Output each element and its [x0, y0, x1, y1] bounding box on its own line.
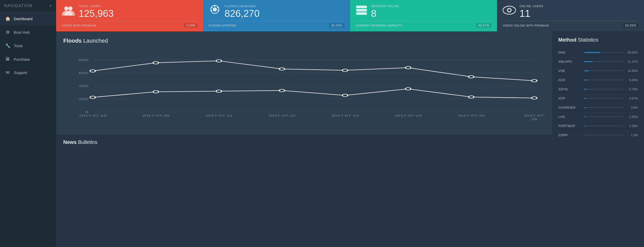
- sidebar-item-purchase[interactable]: 🏛 Purchase: [0, 53, 56, 66]
- main-content: TOTAL USERS 125,963 USERS WITH PREMIUM 0…: [56, 0, 644, 247]
- boothub-icon: ⚙: [5, 30, 10, 35]
- methods-list: DNS 39.64% XMLRPC 21.37% VSE 10.86% ACK …: [558, 48, 638, 140]
- floods-icon: [209, 5, 221, 16]
- x-label: 26: [531, 118, 537, 121]
- method-row-ack: ACK 6.94%: [558, 76, 638, 85]
- sidebar-item-boothub[interactable]: ⚙ Boot Hub: [0, 26, 56, 39]
- method-value-ntp: 4.67%: [626, 97, 638, 100]
- method-bar-container-ack: [584, 80, 623, 80]
- method-bar-container-chargen: [584, 107, 623, 108]
- method-name-vse: VSE: [558, 69, 581, 73]
- svg-point-4: [211, 7, 213, 8]
- method-bar-container-xmlrpc: [584, 61, 623, 62]
- sidebar-item-support[interactable]: ✉ Support: [0, 66, 56, 79]
- method-bar-container-portmap: [584, 126, 623, 126]
- stat-footer-value-floods-launched: 42.53%: [329, 23, 344, 28]
- chart-dot-s2-0: [90, 96, 95, 99]
- chart-dot-s1-0: [90, 70, 95, 72]
- method-value-chargen: 3.9%: [626, 106, 638, 109]
- users-icon: [62, 5, 75, 16]
- method-value-portmap: 2.93%: [626, 124, 638, 128]
- method-name-portmap: PORTMAP: [558, 124, 581, 128]
- stat-footer-online-users: USERS ONLINE WITH PREMIUM 54.55%: [503, 21, 638, 28]
- method-row-portmap: PORTMAP 2.93%: [558, 121, 638, 131]
- method-row-ssrp: SSRP 1.0%: [558, 131, 638, 140]
- method-bar-vse: [584, 70, 589, 71]
- stat-card-servers-online: SERVERS ONLINE 8 CURRENT NETWORK CAPACIT…: [350, 0, 497, 31]
- svg-point-8: [218, 10, 219, 11]
- x-label: 2017-07-23: [331, 114, 359, 117]
- chart-dot-s1-1: [153, 61, 158, 64]
- servers-icon: [356, 5, 367, 15]
- eye-icon: [503, 5, 516, 15]
- stat-icon-online-users: [503, 5, 516, 18]
- chart-dot-s2-5: [405, 88, 411, 90]
- y-label: 400: [79, 84, 88, 88]
- sidebar-item-tools[interactable]: 🔧 Tools: [0, 39, 56, 53]
- svg-point-7: [210, 10, 212, 11]
- chart-dot-s2-6: [468, 96, 474, 98]
- stat-footer-label-servers-online: CURRENT NETWORK CAPACITY: [356, 24, 402, 27]
- method-row-lag: LAG 2.93%: [558, 112, 638, 121]
- stat-footer-value-total-users: 0.09%: [184, 23, 197, 28]
- svg-rect-11: [356, 12, 367, 15]
- stat-card-online-users: ONLINE USERS 11 USERS ONLINE WITH PREMIU…: [497, 0, 644, 31]
- x-label: 2017-07-20: [142, 114, 169, 117]
- method-name-ssyn: SSYN: [558, 87, 581, 91]
- close-icon[interactable]: ×: [49, 4, 52, 8]
- method-bar-container-dns: [584, 52, 623, 53]
- chart-container: 02004006008002017-07-192017-07-202017-07…: [63, 48, 545, 130]
- chart-dot-s1-5: [405, 66, 411, 69]
- method-value-ack: 6.94%: [626, 78, 638, 82]
- method-value-vse: 10.86%: [626, 69, 638, 73]
- sidebar-item-dashboard[interactable]: 🏠 Dashboard: [0, 12, 56, 26]
- y-label: 200: [79, 97, 88, 101]
- stat-value-online-users: 11: [519, 9, 638, 18]
- method-bar-ack: [584, 80, 587, 80]
- svg-rect-10: [356, 9, 367, 11]
- method-name-chargen: CHARGEN: [558, 106, 581, 109]
- news-title: News Bulletins: [63, 139, 545, 145]
- nav-label: NAVIGATION: [4, 4, 32, 8]
- stat-footer-value-servers-online: 48.57%: [476, 23, 491, 28]
- method-bar-dns: [584, 52, 600, 53]
- stat-footer-total-users: USERS WITH PREMIUM 0.09%: [62, 21, 197, 28]
- method-bar-xmlrpc: [584, 61, 593, 62]
- stat-footer-servers-online: CURRENT NETWORK CAPACITY 48.57%: [356, 21, 491, 28]
- stat-label-servers-online: SERVERS ONLINE: [371, 5, 491, 8]
- method-stats-title: Method Statistics: [558, 37, 638, 43]
- svg-point-6: [214, 5, 216, 7]
- chart-line-2: [93, 89, 534, 98]
- method-bar-ssrp: [584, 135, 585, 135]
- sidebar-header: NAVIGATION ×: [0, 0, 56, 12]
- sidebar-item-label-support: Support: [14, 70, 27, 75]
- method-row-xmlrpc: XMLRPC 21.37%: [558, 57, 638, 66]
- svg-point-0: [64, 6, 68, 10]
- method-bar-ntp: [584, 98, 586, 99]
- method-value-ssrp: 1.0%: [626, 133, 638, 137]
- stat-icon-floods-launched: [209, 5, 221, 18]
- method-name-dns: DNS: [558, 51, 581, 54]
- sidebar-item-label-boothub: Boot Hub: [14, 30, 30, 34]
- method-bar-container-lag: [584, 116, 623, 117]
- stat-footer-label-online-users: USERS ONLINE WITH PREMIUM: [503, 24, 549, 27]
- sidebar-item-label-dashboard: Dashboard: [14, 17, 32, 21]
- content-area: Floods Launched 02004006008002017-07-192…: [56, 31, 644, 247]
- news-section: News Bulletins: [56, 134, 552, 247]
- left-panel: Floods Launched 02004006008002017-07-192…: [56, 31, 552, 247]
- stat-value-total-users: 125,963: [79, 9, 197, 18]
- chart-svg: 02004006008002017-07-192017-07-202017-07…: [63, 48, 545, 130]
- stat-icon-servers-online: [356, 5, 367, 18]
- method-stats: Method Statistics DNS 39.64% XMLRPC 21.3…: [552, 31, 644, 247]
- svg-point-5: [217, 7, 219, 8]
- stat-icon-total-users: [62, 5, 75, 18]
- method-row-chargen: CHARGEN 3.9%: [558, 103, 638, 112]
- svg-rect-9: [356, 6, 367, 8]
- stat-value-servers-online: 8: [371, 9, 491, 18]
- chart-dot-s1-7: [532, 79, 537, 82]
- method-value-lag: 2.93%: [626, 115, 638, 119]
- y-label: 800: [79, 58, 88, 61]
- stat-footer-value-online-users: 54.55%: [623, 23, 638, 28]
- method-bar-lag: [584, 116, 585, 117]
- stat-label-online-users: ONLINE USERS: [519, 5, 638, 8]
